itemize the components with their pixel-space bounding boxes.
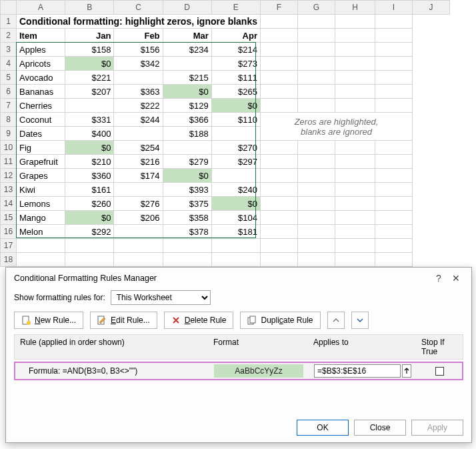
data-cell[interactable]: $161	[65, 183, 114, 197]
edit-rule-button[interactable]: Edit Rule...	[90, 312, 157, 329]
data-cell[interactable]: $0	[211, 197, 260, 211]
row-header[interactable]: 10	[1, 141, 17, 155]
col-header[interactable]: E	[211, 1, 260, 15]
data-cell[interactable]	[114, 183, 163, 197]
col-header[interactable]: C	[114, 1, 163, 15]
scope-select[interactable]: This Worksheet	[111, 290, 211, 305]
item-cell[interactable]: Coconut	[17, 113, 65, 127]
data-cell[interactable]: $244	[114, 113, 163, 127]
data-cell[interactable]: $358	[163, 211, 211, 225]
data-cell[interactable]: $215	[163, 71, 211, 85]
data-cell[interactable]: $360	[65, 169, 114, 183]
data-cell[interactable]: $297	[211, 155, 260, 169]
item-cell[interactable]: Grapefruit	[17, 155, 65, 169]
row-header[interactable]: 9	[1, 127, 17, 141]
data-cell[interactable]: $207	[65, 85, 114, 99]
data-cell[interactable]: $276	[114, 197, 163, 211]
data-cell[interactable]: $104	[211, 211, 260, 225]
data-cell[interactable]	[211, 169, 260, 183]
data-cell[interactable]: $363	[114, 85, 163, 99]
row-header[interactable]: 1	[1, 15, 17, 29]
col-header[interactable]: G	[298, 1, 335, 15]
data-cell[interactable]: $240	[211, 183, 260, 197]
data-cell[interactable]: $181	[211, 225, 260, 239]
data-cell[interactable]: $221	[65, 71, 114, 85]
col-header[interactable]: B	[65, 1, 114, 15]
data-cell[interactable]: $378	[163, 225, 211, 239]
data-cell[interactable]: $260	[65, 197, 114, 211]
data-cell[interactable]: $188	[163, 127, 211, 141]
data-cell[interactable]: $129	[163, 99, 211, 113]
item-cell[interactable]: Apricots	[17, 57, 65, 71]
move-up-button[interactable]	[327, 312, 345, 329]
item-cell[interactable]: Cherries	[17, 99, 65, 113]
data-cell[interactable]: $366	[163, 113, 211, 127]
data-cell[interactable]: $254	[114, 141, 163, 155]
row-header[interactable]: 2	[1, 29, 17, 43]
data-cell[interactable]: $206	[114, 211, 163, 225]
duplicate-rule-button[interactable]: Duplicate Rule	[240, 312, 320, 329]
data-cell[interactable]: $0	[65, 57, 114, 71]
data-cell[interactable]: $110	[211, 113, 260, 127]
item-cell[interactable]: Mango	[17, 211, 65, 225]
col-header[interactable]: I	[375, 1, 413, 15]
item-cell[interactable]: Kiwi	[17, 183, 65, 197]
data-cell[interactable]: $279	[163, 155, 211, 169]
data-cell[interactable]: $0	[163, 85, 211, 99]
data-cell[interactable]	[163, 141, 211, 155]
row-header[interactable]: 11	[1, 155, 17, 169]
rule-row[interactable]: Formula: =AND(B3=0, B3<>"") AaBbCcYyZz	[14, 362, 463, 380]
apply-button[interactable]: Apply	[411, 420, 463, 436]
col-header[interactable]: A	[17, 1, 65, 15]
data-cell[interactable]: $265	[211, 85, 260, 99]
help-icon[interactable]: ?	[430, 273, 447, 284]
data-cell[interactable]: $0	[65, 141, 114, 155]
spreadsheet-grid[interactable]: ABCDEFGHIJ1Conditional formatting: highl…	[0, 0, 450, 267]
row-header[interactable]: 12	[1, 169, 17, 183]
data-cell[interactable]: $111	[211, 71, 260, 85]
data-cell[interactable]: $375	[163, 197, 211, 211]
col-header[interactable]: H	[335, 1, 375, 15]
data-cell[interactable]: $174	[114, 169, 163, 183]
row-header[interactable]: 18	[1, 253, 17, 267]
item-cell[interactable]: Avocado	[17, 71, 65, 85]
data-cell[interactable]: $342	[114, 57, 163, 71]
item-cell[interactable]: Grapes	[17, 169, 65, 183]
close-button[interactable]: Close	[354, 420, 406, 436]
row-header[interactable]: 7	[1, 99, 17, 113]
col-header[interactable]: D	[163, 1, 211, 15]
data-cell[interactable]	[65, 99, 114, 113]
row-header[interactable]: 4	[1, 57, 17, 71]
row-header[interactable]: 5	[1, 71, 17, 85]
data-cell[interactable]: $270	[211, 141, 260, 155]
data-cell[interactable]: $216	[114, 155, 163, 169]
range-picker-button[interactable]	[402, 364, 411, 378]
applies-to-input[interactable]	[314, 364, 401, 378]
item-cell[interactable]: Lemons	[17, 197, 65, 211]
data-cell[interactable]: $292	[65, 225, 114, 239]
data-cell[interactable]: $0	[65, 211, 114, 225]
data-cell[interactable]: $156	[114, 43, 163, 57]
data-cell[interactable]: $331	[65, 113, 114, 127]
data-cell[interactable]: $0	[163, 169, 211, 183]
col-header[interactable]: J	[413, 1, 450, 15]
data-cell[interactable]: $400	[65, 127, 114, 141]
item-cell[interactable]: Bananas	[17, 85, 65, 99]
data-cell[interactable]: $214	[211, 43, 260, 57]
item-cell[interactable]: Apples	[17, 43, 65, 57]
ok-button[interactable]: OK	[297, 420, 349, 436]
item-cell[interactable]: Dates	[17, 127, 65, 141]
data-cell[interactable]: $273	[211, 57, 260, 71]
row-header[interactable]: 14	[1, 197, 17, 211]
delete-rule-button[interactable]: Delete Rule	[164, 312, 234, 329]
stop-if-true-checkbox[interactable]	[435, 367, 444, 376]
data-cell[interactable]: $210	[65, 155, 114, 169]
close-icon[interactable]: ✕	[447, 273, 465, 284]
item-cell[interactable]: Fig	[17, 141, 65, 155]
new-rule-button[interactable]: New Rule...	[14, 312, 83, 329]
data-cell[interactable]: $158	[65, 43, 114, 57]
row-header[interactable]: 15	[1, 211, 17, 225]
item-cell[interactable]: Melon	[17, 225, 65, 239]
row-header[interactable]: 6	[1, 85, 17, 99]
data-cell[interactable]	[211, 127, 260, 141]
